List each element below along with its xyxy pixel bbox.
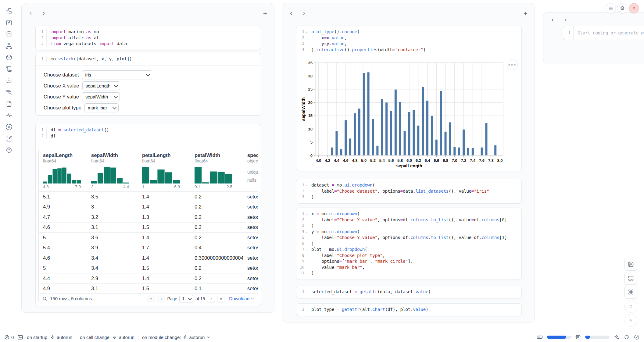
- table-row[interactable]: 4.63.11.50.2setosa: [39, 222, 258, 233]
- table-cell: 3.4: [87, 265, 138, 271]
- cell-code-editor[interactable]: 1plot_type().encode(2 x=x.value,3 y=y.va…: [296, 26, 521, 56]
- chart-menu-button[interactable]: ●●●: [507, 59, 518, 70]
- save-icon: [628, 261, 634, 267]
- prev-page-button[interactable]: ‹: [157, 295, 165, 302]
- page-select[interactable]: 1: [179, 295, 193, 302]
- keyboard-shortcuts-button[interactable]: ⌘: [624, 286, 637, 299]
- table-row[interactable]: 4.63.41.40.3000000000000004setosa: [39, 253, 258, 263]
- svg-text:7.8: 7.8: [488, 158, 494, 163]
- assistant-button[interactable]: [624, 334, 630, 340]
- table-cell: setosa: [243, 194, 258, 200]
- table-column-header[interactable]: petalWidthfloat640.12.5: [190, 152, 243, 191]
- help-icon[interactable]: [5, 146, 13, 154]
- table-column-header[interactable]: speciesobjectunique:nulls:: [243, 152, 258, 191]
- choose-plot-type-select[interactable]: mark_bar: [84, 103, 119, 112]
- top-actions: ⚙: [606, 3, 639, 13]
- column-prev-button[interactable]: [287, 9, 295, 18]
- errors-button[interactable]: 0: [4, 335, 14, 340]
- layout-icon: [628, 275, 634, 281]
- table-row[interactable]: 5.43.91.70.4setosa: [39, 243, 258, 253]
- runtime-config-0[interactable]: on startup:autorun: [27, 335, 72, 340]
- scratchpad-prev-button[interactable]: [548, 16, 557, 24]
- line-number: 3: [296, 223, 307, 229]
- table-row[interactable]: 4.93.11.50.1setosa: [39, 283, 258, 294]
- table-cell: 1.4: [138, 255, 190, 261]
- chatbot-icon[interactable]: [5, 77, 13, 84]
- line-number: 1: [296, 211, 307, 217]
- cell-code-editor[interactable]: 1plot_type = getattr(alt.Chart(df), plot…: [296, 304, 521, 316]
- last-page-button[interactable]: »: [217, 295, 225, 302]
- menu-button[interactable]: [606, 3, 616, 13]
- cell-dataframe: 1df = selected_dataset()2df sepalLengthf…: [35, 124, 261, 306]
- connection-status-button[interactable]: [634, 334, 640, 340]
- package-icon[interactable]: [5, 54, 13, 61]
- table-row[interactable]: 4.931.40.2setosa: [39, 202, 258, 212]
- cell-code-editor[interactable]: 1x = mo.ui.dropdown(2 label="Choose X va…: [296, 208, 521, 280]
- trace-search-icon[interactable]: [5, 88, 13, 96]
- function-icon[interactable]: [5, 19, 13, 27]
- code-line: 1import marimo as mo: [36, 29, 261, 35]
- line-number: 10: [296, 265, 307, 271]
- scratchpad-icon[interactable]: [5, 135, 13, 142]
- runtime-config-1[interactable]: on cell change:autorun: [80, 335, 134, 340]
- close-scratchpad-button[interactable]: [629, 3, 639, 13]
- download-button[interactable]: Download: [229, 296, 254, 301]
- table-column-header[interactable]: sepalWidthfloat6424.4: [87, 152, 138, 191]
- table-row[interactable]: 4.42.91.40.2setosa: [39, 273, 258, 283]
- scratchpad-cell[interactable]: 1 Start coding or generate with AI: [563, 26, 644, 40]
- first-page-button[interactable]: «: [147, 295, 155, 302]
- script-icon[interactable]: [5, 65, 13, 73]
- table-body: 5.13.51.40.2setosa4.931.40.2setosa4.73.2…: [39, 191, 258, 294]
- dependency-graph-icon[interactable]: [5, 42, 13, 50]
- table-cell: 4.9: [39, 286, 87, 291]
- next-page-button[interactable]: ›: [207, 295, 215, 302]
- choose-x-select[interactable]: sepalLength: [82, 81, 120, 90]
- settings-button[interactable]: ⚙: [617, 3, 628, 13]
- dropdown-label: Choose plot type: [44, 105, 81, 111]
- svg-text:35: 35: [308, 61, 313, 65]
- activity-icon[interactable]: [5, 112, 13, 119]
- cell-code-editor[interactable]: 1import marimo as mo2import altair as al…: [36, 26, 261, 50]
- table-cell: 4.9: [39, 204, 87, 210]
- cell-code-editor[interactable]: 1selected_dataset = getattr(data, datase…: [296, 286, 521, 298]
- scratchpad-next-button[interactable]: [561, 16, 570, 24]
- table-row[interactable]: 53.61.40.2setosa: [39, 232, 258, 243]
- table-cell: 0.2: [190, 194, 243, 200]
- column-next-button[interactable]: [39, 9, 48, 18]
- generate-link[interactable]: generate: [618, 30, 639, 35]
- column-next-button[interactable]: [300, 9, 308, 18]
- save-button[interactable]: [624, 258, 637, 271]
- terminal-button[interactable]: [17, 334, 23, 340]
- layout-button[interactable]: [624, 272, 637, 285]
- database-icon[interactable]: [5, 30, 13, 38]
- code-line: 2 label="Choose dataset", options=data.l…: [296, 188, 521, 194]
- runtime-config-value: autorun: [189, 335, 205, 340]
- file-tree-icon[interactable]: [5, 7, 13, 15]
- snippets-icon[interactable]: [5, 123, 13, 131]
- choose-y-select[interactable]: sepalWidth: [82, 92, 120, 101]
- stop-button[interactable]: [624, 300, 637, 313]
- runtime-config-2[interactable]: on module change:autorun: [142, 335, 210, 340]
- dropdown-label: Choose Y value: [44, 94, 79, 100]
- cell-code-editor[interactable]: 1dataset = mo.ui.dropdown(2 label="Choos…: [296, 179, 521, 203]
- table-column-header[interactable]: petalLengthfloat6416.9: [138, 152, 190, 191]
- search-icon[interactable]: [42, 296, 47, 301]
- table-row[interactable]: 5.13.51.40.2setosa: [39, 191, 258, 202]
- ai-features-button[interactable]: [614, 334, 620, 340]
- document-icon[interactable]: [5, 100, 13, 108]
- close-icon: [632, 6, 636, 10]
- table-row[interactable]: 53.41.50.2setosa: [39, 263, 258, 273]
- add-column-button[interactable]: [521, 9, 530, 18]
- add-column-button[interactable]: [261, 9, 269, 18]
- choose-dataset-select[interactable]: iris: [82, 70, 152, 79]
- table-column-header[interactable]: sepalLengthfloat644.37.9: [39, 152, 87, 191]
- code-line: 1df = selected_dataset(): [36, 127, 261, 133]
- run-button[interactable]: [624, 314, 637, 327]
- column-prev-button[interactable]: [27, 9, 35, 18]
- cell-code-editor[interactable]: 1df = selected_dataset()2df: [36, 124, 261, 142]
- altair-bar-chart[interactable]: 4.04.24.44.64.85.05.25.45.65.86.06.26.46…: [301, 60, 521, 169]
- table-cell: 1.5: [138, 286, 190, 291]
- dropdown-label: Choose X value: [44, 83, 79, 89]
- table-row[interactable]: 4.73.21.30.2setosa: [39, 212, 258, 222]
- cell-code-editor[interactable]: 1mo.vstack([dataset, x, y, plot]): [36, 53, 261, 65]
